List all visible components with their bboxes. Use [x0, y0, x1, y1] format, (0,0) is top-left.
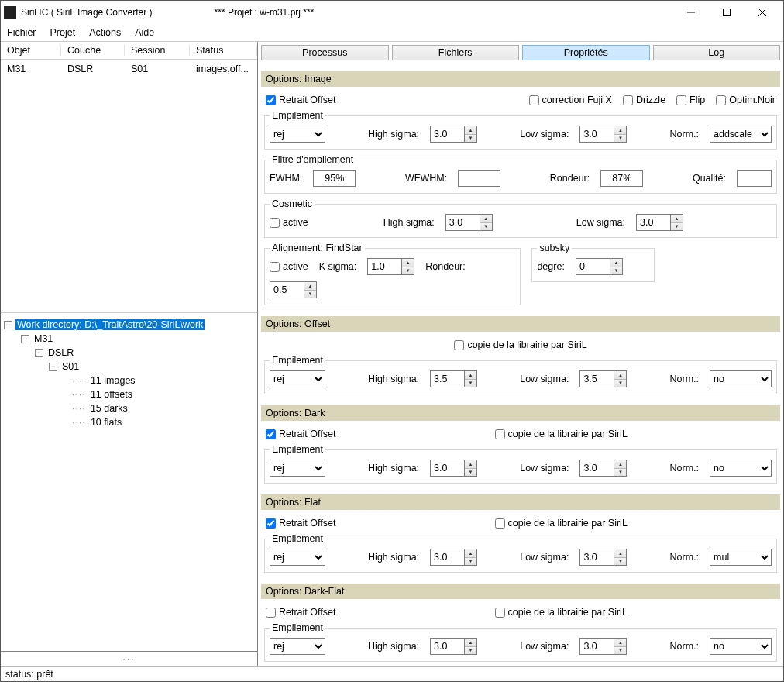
input-high-sigma-offset[interactable]: ▲▼	[430, 370, 477, 388]
spin-up-icon[interactable]: ▲	[614, 126, 626, 135]
input-ksigma[interactable]: ▲▼	[367, 258, 414, 275]
close-button[interactable]	[744, 1, 780, 24]
menu-projet[interactable]: Projet	[50, 27, 76, 38]
spin-up-icon[interactable]: ▲	[614, 549, 626, 558]
col-status[interactable]: Status	[190, 45, 257, 56]
spin-down-icon[interactable]: ▼	[614, 135, 626, 143]
checkbox-drizzle[interactable]: Drizzle	[623, 95, 665, 105]
spin-down-icon[interactable]: ▼	[614, 380, 626, 388]
spin-up-icon[interactable]: ▲	[614, 460, 626, 469]
spin-up-icon[interactable]: ▲	[304, 282, 316, 291]
minimize-button[interactable]	[673, 1, 709, 24]
input-low-sigma-dark[interactable]: ▲▼	[579, 460, 627, 477]
spin-down-icon[interactable]: ▼	[614, 558, 626, 566]
spin-down-icon[interactable]: ▼	[402, 267, 414, 275]
spin-down-icon[interactable]: ▼	[465, 135, 476, 143]
tree-node-m31[interactable]: − M31	[4, 332, 254, 346]
checkbox-copielib-flat[interactable]: copie de la librairie par SiriL	[495, 518, 628, 529]
col-objet[interactable]: Objet	[1, 45, 61, 56]
spin-up-icon[interactable]: ▲	[671, 215, 683, 223]
checkbox-retrait-offset-flat[interactable]: Retrait Offset	[266, 518, 335, 529]
input-low-sigma-flat[interactable]: ▲▼	[579, 549, 627, 566]
spin-down-icon[interactable]: ▼	[614, 469, 626, 477]
maximize-button[interactable]	[709, 1, 744, 24]
checkbox-copielib-dark[interactable]: copie de la librairie par SiriL	[495, 429, 628, 439]
checkbox-optim-noir[interactable]: Optim.Noir	[716, 95, 775, 105]
spin-up-icon[interactable]: ▲	[465, 371, 476, 380]
tab-fichiers[interactable]: Fichiers	[392, 45, 520, 60]
input-high-sigma-darkflat[interactable]: ▲▼	[430, 638, 477, 655]
checkbox-retrait-offset-dark[interactable]: Retrait Offset	[266, 429, 335, 439]
spin-down-icon[interactable]: ▼	[614, 647, 626, 655]
input-wfwhm[interactable]	[458, 170, 500, 187]
select-norm-image[interactable]: addscale	[710, 126, 772, 143]
spin-up-icon[interactable]: ▲	[614, 371, 626, 380]
menu-fichier[interactable]: Fichier	[7, 27, 36, 38]
checkbox-correction-fuji[interactable]: correction Fuji X	[529, 95, 612, 105]
select-norm-flat[interactable]: mul	[710, 549, 772, 566]
input-subsky-degre[interactable]: ▲▼	[576, 258, 623, 275]
select-empilement-offset[interactable]: rej	[270, 370, 325, 388]
input-high-sigma-image[interactable]: ▲▼	[430, 126, 477, 143]
tree-leaf-images[interactable]: ····11 images	[4, 374, 254, 388]
select-empilement-dark[interactable]: rej	[270, 460, 325, 477]
tab-proprietes[interactable]: Propriétés	[522, 45, 650, 60]
spin-down-icon[interactable]: ▼	[465, 380, 476, 388]
spin-down-icon[interactable]: ▼	[610, 267, 622, 275]
input-fwhm[interactable]	[313, 170, 356, 187]
checkbox-align-active[interactable]: active	[270, 261, 308, 272]
spin-up-icon[interactable]: ▲	[465, 549, 476, 558]
spin-up-icon[interactable]: ▲	[614, 639, 626, 647]
checkbox-retrait-offset-image[interactable]: Retrait Offset	[266, 95, 335, 105]
table-row[interactable]: M31 DSLR S01 images,off...	[1, 60, 257, 78]
col-couche[interactable]: Couche	[61, 45, 125, 56]
input-cos-low[interactable]: ▲▼	[636, 214, 683, 231]
input-rondeur-filtre[interactable]	[600, 170, 643, 187]
tree-collapse-icon[interactable]: −	[49, 363, 57, 371]
col-session[interactable]: Session	[125, 45, 190, 56]
checkbox-copielib-offset[interactable]: copie de la librairie par SiriL	[454, 339, 586, 350]
tab-log[interactable]: Log	[653, 45, 781, 60]
tree-collapse-icon[interactable]: −	[35, 349, 43, 357]
spin-down-icon[interactable]: ▼	[465, 469, 476, 477]
spin-down-icon[interactable]: ▼	[671, 223, 683, 231]
select-norm-darkflat[interactable]: no	[710, 638, 772, 655]
input-high-sigma-flat[interactable]: ▲▼	[430, 549, 477, 566]
spin-up-icon[interactable]: ▲	[402, 259, 414, 267]
input-high-sigma-dark[interactable]: ▲▼	[430, 460, 477, 477]
spin-up-icon[interactable]: ▲	[465, 639, 476, 647]
spin-up-icon[interactable]: ▲	[480, 215, 492, 223]
tree-collapse-icon[interactable]: −	[4, 321, 12, 329]
tree-view[interactable]: − Work directory: D:\_TraitAstro\20-Siri…	[1, 313, 257, 652]
checkbox-flip[interactable]: Flip	[676, 95, 705, 105]
tree-leaf-flats[interactable]: ····10 flats	[4, 415, 254, 429]
menu-aide[interactable]: Aide	[135, 27, 154, 38]
spin-up-icon[interactable]: ▲	[610, 259, 622, 267]
spin-up-icon[interactable]: ▲	[465, 126, 476, 135]
input-qualite[interactable]	[737, 170, 772, 187]
input-rondeur-align[interactable]: ▲▼	[270, 281, 317, 298]
input-low-sigma-darkflat[interactable]: ▲▼	[579, 638, 627, 655]
spin-down-icon[interactable]: ▼	[304, 291, 316, 298]
select-empilement-flat[interactable]: rej	[270, 549, 325, 566]
tree-root[interactable]: − Work directory: D:\_TraitAstro\20-Siri…	[4, 318, 254, 332]
tree-leaf-offsets[interactable]: ····11 offsets	[4, 388, 254, 401]
checkbox-retrait-offset-darkflat[interactable]: Retrait Offset	[266, 607, 335, 618]
tab-processus[interactable]: Processus	[261, 45, 389, 60]
select-empilement-darkflat[interactable]: rej	[270, 638, 325, 655]
tree-collapse-icon[interactable]: −	[21, 335, 29, 343]
spin-up-icon[interactable]: ▲	[465, 460, 476, 469]
ellipsis-bar[interactable]: ...	[1, 652, 257, 666]
checkbox-cosmetic-active[interactable]: active	[270, 217, 308, 228]
spin-down-icon[interactable]: ▼	[465, 558, 476, 566]
tree-leaf-darks[interactable]: ····15 darks	[4, 401, 254, 415]
spin-down-icon[interactable]: ▼	[465, 647, 476, 655]
select-norm-offset[interactable]: no	[710, 370, 772, 388]
select-empilement-image[interactable]: rej	[270, 126, 325, 143]
tree-node-s01[interactable]: − S01	[4, 360, 254, 374]
input-cos-high[interactable]: ▲▼	[445, 214, 493, 231]
menu-actions[interactable]: Actions	[89, 27, 121, 38]
tree-node-dslr[interactable]: − DSLR	[4, 346, 254, 360]
checkbox-copielib-darkflat[interactable]: copie de la librairie par SiriL	[495, 607, 628, 618]
spin-down-icon[interactable]: ▼	[480, 223, 492, 231]
